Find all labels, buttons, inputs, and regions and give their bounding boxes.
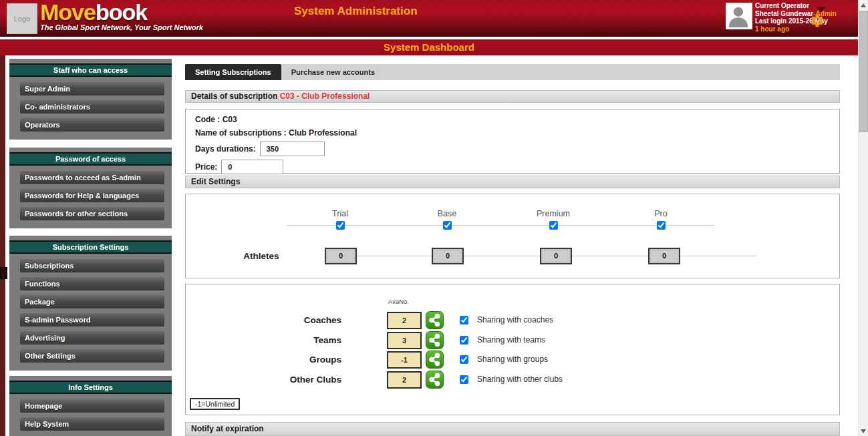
sidebar-item-passwords-help[interactable]: Passwords for Help & languages bbox=[20, 189, 164, 202]
operator-name: Sheetal Gundewar bbox=[755, 10, 813, 17]
sharing-row-teams: Teams Sharing with teams bbox=[248, 331, 836, 349]
groups-avano-input[interactable] bbox=[387, 351, 422, 369]
row-label-groups: Groups bbox=[248, 351, 341, 369]
edit-settings-panel: Trial Base Premium Pro Athletes 0 0 0 0 bbox=[185, 194, 840, 278]
sharing-row-coaches: Coaches Sharing with coaches bbox=[248, 311, 836, 329]
athletes-pro-value[interactable]: 0 bbox=[648, 248, 680, 264]
brand: Movebook The Global Sport Network, Your … bbox=[40, 1, 203, 31]
tab-setting-subscriptions[interactable]: Setting Subscriptions bbox=[185, 64, 281, 80]
logo-label: Logo bbox=[14, 15, 30, 23]
coaches-avano-input[interactable] bbox=[387, 312, 422, 329]
sidebar-item-operators[interactable]: Operators bbox=[20, 118, 164, 132]
subscription-name-line: Name of subscriptions : Club Professiona… bbox=[195, 128, 830, 138]
sidebar-item-functions[interactable]: Functions bbox=[20, 277, 164, 290]
sidebar-section-title: Staff who can access bbox=[9, 63, 172, 77]
details-header-prefix: Details of subscription bbox=[191, 91, 280, 101]
price-label: Price: bbox=[195, 162, 217, 172]
sidebar-section-info: Info Settings Homepage Help System bbox=[9, 376, 172, 436]
logo: Logo bbox=[7, 3, 37, 34]
tab-purchase-new-accounts[interactable]: Purchase new accounts bbox=[281, 64, 385, 80]
brand-tagline: The Global Sport Network, Your Sport Net… bbox=[40, 23, 203, 31]
sidebar-section-title: Subscription Settings bbox=[9, 240, 172, 254]
sharing-teams-label: Sharing with teams bbox=[477, 331, 545, 349]
sharing-groups-label: Sharing with groups bbox=[477, 351, 548, 369]
sharing-other-clubs-checkbox[interactable] bbox=[460, 375, 468, 384]
athletes-premium-value[interactable]: 0 bbox=[540, 248, 572, 264]
teams-avano-input[interactable] bbox=[387, 332, 422, 349]
sharing-coaches-checkbox[interactable] bbox=[460, 316, 468, 324]
sidebar-item-package[interactable]: Package bbox=[20, 295, 164, 308]
notify-expiration-header: Notify at expiration bbox=[185, 422, 840, 436]
column-label-pro: Pro bbox=[637, 209, 684, 218]
scrollbar-thumb[interactable] bbox=[859, 11, 868, 132]
page: Logo Movebook The Global Sport Network, … bbox=[0, 0, 868, 436]
left-border-strip bbox=[0, 55, 5, 436]
pro-checkbox[interactable] bbox=[657, 221, 666, 230]
gear-icon[interactable] bbox=[810, 13, 825, 28]
sharing-panel: AvaNo. Coaches Sharing with coaches bbox=[185, 284, 840, 415]
app-header: Logo Movebook The Global Sport Network, … bbox=[0, 0, 858, 37]
share-icon-groups[interactable] bbox=[426, 351, 444, 369]
column-label-base: Base bbox=[424, 209, 470, 218]
details-section-header: Details of subscription C03 - Club Profe… bbox=[185, 90, 840, 103]
scrollbar-down-icon[interactable] bbox=[861, 429, 866, 433]
base-checkbox[interactable] bbox=[443, 221, 452, 230]
sidebar-item-other-settings[interactable]: Other Settings bbox=[20, 349, 164, 363]
details-header-subscription: C03 - Club Professional bbox=[280, 91, 370, 101]
avatar[interactable] bbox=[726, 3, 752, 29]
share-icon-coaches[interactable] bbox=[426, 311, 444, 329]
sidebar-section-staff: Staff who can access Super Admin Co- adm… bbox=[9, 59, 172, 140]
trial-checkbox[interactable] bbox=[336, 221, 345, 230]
subscription-details-panel: Code : C03 Name of subscriptions : Club … bbox=[185, 109, 840, 174]
dashboard-banner: System Dashboard bbox=[0, 39, 858, 55]
athletes-trial-value[interactable]: 0 bbox=[325, 248, 357, 264]
page-title: System Administration bbox=[294, 5, 418, 18]
sharing-row-other-clubs: Other Clubs Sharing with other clubs bbox=[248, 371, 836, 389]
edit-settings-header: Edit Settings bbox=[185, 176, 840, 188]
sharing-row-groups: Groups Sharing with groups bbox=[248, 351, 836, 369]
row-label-other-clubs: Other Clubs bbox=[248, 371, 341, 389]
ava-no-label: AvaNo. bbox=[388, 298, 409, 305]
sidebar-item-super-admin[interactable]: Super Admin bbox=[20, 82, 164, 95]
column-label-trial: Trial bbox=[317, 209, 364, 218]
chevron-down-icon[interactable] bbox=[817, 7, 826, 12]
person-icon bbox=[726, 3, 750, 27]
scrollbar-up-icon[interactable] bbox=[861, 3, 866, 7]
brand-name: Movebook bbox=[40, 1, 203, 23]
other-clubs-avano-input[interactable] bbox=[387, 371, 422, 389]
athletes-label: Athletes bbox=[214, 251, 308, 261]
sidebar-section-title: Info Settings bbox=[9, 381, 172, 394]
sidebar-item-passwords-sadmin[interactable]: Passwords to acceed as S-admin bbox=[20, 171, 164, 184]
sidebar-item-sadmin-password[interactable]: S-admin Password bbox=[20, 313, 164, 326]
sharing-other-clubs-label: Sharing with other clubs bbox=[477, 371, 563, 389]
dashboard-title: System Dashboard bbox=[384, 41, 474, 53]
sidebar-item-subscriptions[interactable]: Subscriptions bbox=[20, 259, 164, 272]
left-edge-marker bbox=[0, 267, 7, 279]
row-label-teams: Teams bbox=[248, 331, 341, 349]
days-durations-label: Days durations: bbox=[195, 144, 256, 154]
sharing-coaches-label: Sharing with coaches bbox=[477, 311, 553, 329]
sharing-groups-checkbox[interactable] bbox=[460, 355, 468, 364]
athletes-base-value[interactable]: 0 bbox=[432, 248, 464, 264]
sidebar-item-advertising[interactable]: Advertising bbox=[20, 331, 164, 345]
sharing-teams-checkbox[interactable] bbox=[460, 336, 468, 345]
sidebar-section-title: Password of access bbox=[9, 152, 172, 166]
price-input[interactable] bbox=[221, 160, 283, 174]
sidebar-section-passwords: Password of access Passwords to acceed a… bbox=[9, 148, 172, 228]
sidebar-section-subscription: Subscription Settings Subscriptions Func… bbox=[9, 236, 172, 371]
premium-checkbox[interactable] bbox=[549, 221, 558, 230]
tab-bar: Setting Subscriptions Purchase new accou… bbox=[185, 64, 840, 80]
sidebar-item-co-administrators[interactable]: Co- administrators bbox=[20, 100, 164, 114]
brand-book: book bbox=[96, 0, 147, 25]
sidebar-item-passwords-other[interactable]: Passwords for other sections bbox=[20, 207, 164, 220]
share-icon-other-clubs[interactable] bbox=[426, 371, 444, 389]
row-label-coaches: Coaches bbox=[248, 311, 341, 329]
column-label-premium: Premium bbox=[530, 209, 577, 218]
brand-move: Move bbox=[40, 0, 96, 25]
share-icon-teams[interactable] bbox=[426, 331, 444, 349]
sidebar-item-homepage[interactable]: Homepage bbox=[20, 399, 164, 413]
days-durations-input[interactable] bbox=[260, 142, 325, 156]
unlimited-note: -1=Unlimited bbox=[190, 398, 240, 410]
sidebar-item-help-system[interactable]: Help System bbox=[20, 417, 164, 431]
column-axis-line bbox=[287, 225, 714, 226]
